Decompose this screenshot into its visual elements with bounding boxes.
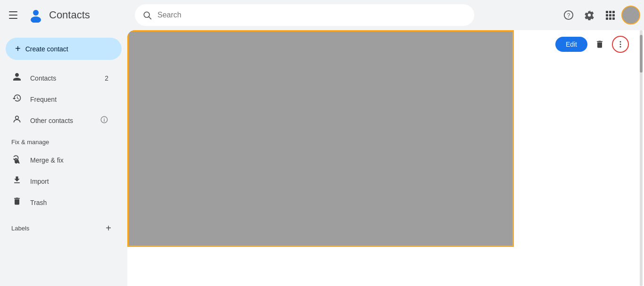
sidebar-item-merge[interactable]: Merge & fix <box>0 149 120 171</box>
other-contacts-label: Other contacts <box>30 117 73 124</box>
hamburger-button[interactable] <box>4 6 23 25</box>
topbar: Contacts ? <box>0 0 644 30</box>
create-contact-button[interactable]: + Create contact <box>6 38 122 60</box>
detail-actions: Edit <box>548 30 636 58</box>
search-bar <box>135 4 474 26</box>
svg-point-9 <box>104 118 105 119</box>
help-icon: ? <box>563 10 574 20</box>
svg-point-0 <box>33 10 39 16</box>
labels-section: Labels + <box>0 213 127 239</box>
avatar-button[interactable] <box>621 6 640 25</box>
merge-fix-label: Merge & fix <box>30 156 64 164</box>
fix-manage-section-label: Fix & manage <box>0 131 127 149</box>
topbar-left: Contacts <box>4 6 131 25</box>
create-contact-label: Create contact <box>25 45 68 53</box>
scrollbar[interactable] <box>638 30 644 286</box>
search-input[interactable] <box>157 11 467 19</box>
sidebar-item-trash[interactable]: Trash <box>0 192 120 213</box>
person-outline-icon <box>11 114 23 126</box>
svg-point-12 <box>620 46 621 48</box>
wrench-icon <box>11 154 23 166</box>
apps-button[interactable] <box>601 6 619 25</box>
contacts-label: Contacts <box>30 74 56 82</box>
sidebar-item-contacts[interactable]: Contacts 2 <box>0 67 120 89</box>
sidebar-item-frequent[interactable]: Frequent <box>0 89 120 110</box>
more-vertical-icon <box>616 40 625 49</box>
trash-label: Trash <box>30 199 47 206</box>
main-content: Edit <box>127 30 644 286</box>
svg-line-3 <box>149 17 151 19</box>
topbar-right: ? <box>559 6 640 25</box>
sidebar-item-import[interactable]: Import <box>0 171 120 192</box>
svg-point-6 <box>16 116 19 119</box>
frequent-label: Frequent <box>30 96 57 103</box>
grid-icon <box>606 11 615 20</box>
sidebar: + Create contact Contacts 2 Frequent <box>0 30 127 286</box>
svg-point-1 <box>31 16 41 23</box>
contact-cover <box>127 30 514 247</box>
edit-button[interactable]: Edit <box>555 37 587 52</box>
download-icon <box>11 175 23 187</box>
labels-title: Labels <box>11 225 29 232</box>
app-logo <box>26 6 45 25</box>
settings-button[interactable] <box>580 6 599 25</box>
plus-icon: + <box>15 43 21 54</box>
edit-label: Edit <box>566 41 577 48</box>
svg-text:?: ? <box>567 12 570 19</box>
scroll-thumb <box>640 35 643 73</box>
app-title: Contacts <box>49 9 90 21</box>
import-label: Import <box>30 178 49 185</box>
search-icon <box>142 10 152 20</box>
gear-icon <box>584 10 594 20</box>
layout: + Create contact Contacts 2 Frequent <box>0 30 644 286</box>
sidebar-item-other-contacts[interactable]: Other contacts <box>0 110 120 131</box>
svg-point-10 <box>620 41 621 42</box>
scroll-track <box>640 30 643 286</box>
contacts-badge: 2 <box>105 74 108 82</box>
svg-point-11 <box>620 44 621 45</box>
trash-icon <box>11 196 23 208</box>
more-options-button[interactable] <box>612 36 629 53</box>
delete-icon <box>595 40 604 49</box>
help-button[interactable]: ? <box>559 6 578 25</box>
add-label-icon: + <box>106 223 111 234</box>
add-label-button[interactable]: + <box>101 221 116 236</box>
info-icon <box>100 115 108 126</box>
delete-button[interactable] <box>591 36 608 53</box>
history-icon <box>11 93 23 105</box>
person-icon <box>11 72 23 84</box>
hamburger-icon <box>9 11 17 19</box>
